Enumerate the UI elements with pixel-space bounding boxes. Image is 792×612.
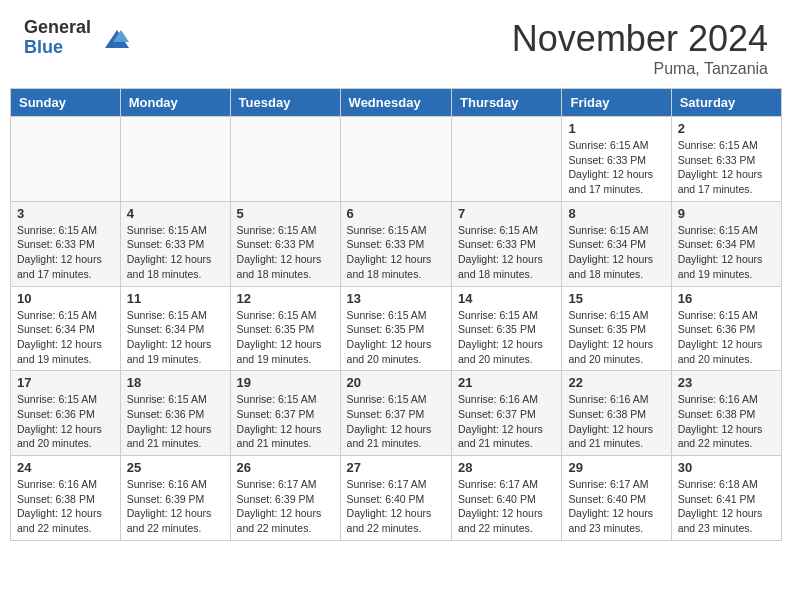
day-number: 10 (17, 291, 114, 306)
calendar-cell: 15Sunrise: 6:15 AM Sunset: 6:35 PM Dayli… (562, 286, 671, 371)
calendar-cell (11, 117, 121, 202)
calendar-header: Sunday Monday Tuesday Wednesday Thursday… (11, 89, 782, 117)
calendar-cell: 10Sunrise: 6:15 AM Sunset: 6:34 PM Dayli… (11, 286, 121, 371)
header-monday: Monday (120, 89, 230, 117)
day-info: Sunrise: 6:15 AM Sunset: 6:33 PM Dayligh… (458, 223, 555, 282)
day-number: 7 (458, 206, 555, 221)
day-info: Sunrise: 6:15 AM Sunset: 6:33 PM Dayligh… (678, 138, 775, 197)
day-number: 26 (237, 460, 334, 475)
day-info: Sunrise: 6:15 AM Sunset: 6:36 PM Dayligh… (678, 308, 775, 367)
day-number: 15 (568, 291, 664, 306)
day-info: Sunrise: 6:15 AM Sunset: 6:34 PM Dayligh… (17, 308, 114, 367)
day-info: Sunrise: 6:15 AM Sunset: 6:33 PM Dayligh… (347, 223, 445, 282)
day-info: Sunrise: 6:17 AM Sunset: 6:39 PM Dayligh… (237, 477, 334, 536)
day-number: 24 (17, 460, 114, 475)
calendar-cell: 7Sunrise: 6:15 AM Sunset: 6:33 PM Daylig… (452, 201, 562, 286)
calendar-body: 1Sunrise: 6:15 AM Sunset: 6:33 PM Daylig… (11, 117, 782, 541)
day-number: 1 (568, 121, 664, 136)
calendar-container: Sunday Monday Tuesday Wednesday Thursday… (0, 88, 792, 561)
calendar-cell: 28Sunrise: 6:17 AM Sunset: 6:40 PM Dayli… (452, 456, 562, 541)
location: Puma, Tanzania (512, 60, 768, 78)
calendar-cell (230, 117, 340, 202)
calendar-cell (120, 117, 230, 202)
day-info: Sunrise: 6:15 AM Sunset: 6:33 PM Dayligh… (17, 223, 114, 282)
calendar-cell (452, 117, 562, 202)
header-saturday: Saturday (671, 89, 781, 117)
day-info: Sunrise: 6:15 AM Sunset: 6:35 PM Dayligh… (568, 308, 664, 367)
day-info: Sunrise: 6:15 AM Sunset: 6:36 PM Dayligh… (127, 392, 224, 451)
logo-general-text: General (24, 18, 91, 38)
day-number: 9 (678, 206, 775, 221)
day-number: 29 (568, 460, 664, 475)
header-tuesday: Tuesday (230, 89, 340, 117)
day-info: Sunrise: 6:15 AM Sunset: 6:36 PM Dayligh… (17, 392, 114, 451)
header-thursday: Thursday (452, 89, 562, 117)
header-wednesday: Wednesday (340, 89, 451, 117)
calendar-week-row: 1Sunrise: 6:15 AM Sunset: 6:33 PM Daylig… (11, 117, 782, 202)
calendar-cell: 30Sunrise: 6:18 AM Sunset: 6:41 PM Dayli… (671, 456, 781, 541)
day-info: Sunrise: 6:15 AM Sunset: 6:33 PM Dayligh… (568, 138, 664, 197)
day-info: Sunrise: 6:15 AM Sunset: 6:35 PM Dayligh… (347, 308, 445, 367)
day-number: 8 (568, 206, 664, 221)
day-number: 5 (237, 206, 334, 221)
calendar-cell: 9Sunrise: 6:15 AM Sunset: 6:34 PM Daylig… (671, 201, 781, 286)
day-info: Sunrise: 6:16 AM Sunset: 6:38 PM Dayligh… (568, 392, 664, 451)
logo: General Blue (24, 18, 131, 58)
day-number: 12 (237, 291, 334, 306)
day-number: 11 (127, 291, 224, 306)
calendar-cell: 2Sunrise: 6:15 AM Sunset: 6:33 PM Daylig… (671, 117, 781, 202)
calendar-cell: 12Sunrise: 6:15 AM Sunset: 6:35 PM Dayli… (230, 286, 340, 371)
day-info: Sunrise: 6:16 AM Sunset: 6:38 PM Dayligh… (17, 477, 114, 536)
month-title: November 2024 (512, 18, 768, 60)
day-info: Sunrise: 6:17 AM Sunset: 6:40 PM Dayligh… (458, 477, 555, 536)
day-info: Sunrise: 6:17 AM Sunset: 6:40 PM Dayligh… (347, 477, 445, 536)
day-number: 23 (678, 375, 775, 390)
weekday-header-row: Sunday Monday Tuesday Wednesday Thursday… (11, 89, 782, 117)
calendar-cell: 3Sunrise: 6:15 AM Sunset: 6:33 PM Daylig… (11, 201, 121, 286)
calendar-cell: 23Sunrise: 6:16 AM Sunset: 6:38 PM Dayli… (671, 371, 781, 456)
calendar-cell: 25Sunrise: 6:16 AM Sunset: 6:39 PM Dayli… (120, 456, 230, 541)
day-number: 16 (678, 291, 775, 306)
day-info: Sunrise: 6:15 AM Sunset: 6:37 PM Dayligh… (237, 392, 334, 451)
day-number: 2 (678, 121, 775, 136)
calendar-cell (340, 117, 451, 202)
calendar-cell: 1Sunrise: 6:15 AM Sunset: 6:33 PM Daylig… (562, 117, 671, 202)
calendar-table: Sunday Monday Tuesday Wednesday Thursday… (10, 88, 782, 541)
calendar-cell: 16Sunrise: 6:15 AM Sunset: 6:36 PM Dayli… (671, 286, 781, 371)
day-info: Sunrise: 6:16 AM Sunset: 6:38 PM Dayligh… (678, 392, 775, 451)
calendar-cell: 19Sunrise: 6:15 AM Sunset: 6:37 PM Dayli… (230, 371, 340, 456)
calendar-week-row: 10Sunrise: 6:15 AM Sunset: 6:34 PM Dayli… (11, 286, 782, 371)
title-block: November 2024 Puma, Tanzania (512, 18, 768, 78)
day-info: Sunrise: 6:15 AM Sunset: 6:34 PM Dayligh… (678, 223, 775, 282)
calendar-cell: 14Sunrise: 6:15 AM Sunset: 6:35 PM Dayli… (452, 286, 562, 371)
calendar-week-row: 17Sunrise: 6:15 AM Sunset: 6:36 PM Dayli… (11, 371, 782, 456)
day-number: 13 (347, 291, 445, 306)
calendar-cell: 24Sunrise: 6:16 AM Sunset: 6:38 PM Dayli… (11, 456, 121, 541)
logo-blue-text: Blue (24, 38, 91, 58)
day-info: Sunrise: 6:15 AM Sunset: 6:34 PM Dayligh… (127, 308, 224, 367)
day-info: Sunrise: 6:17 AM Sunset: 6:40 PM Dayligh… (568, 477, 664, 536)
day-number: 3 (17, 206, 114, 221)
logo-icon (95, 20, 131, 56)
day-info: Sunrise: 6:16 AM Sunset: 6:37 PM Dayligh… (458, 392, 555, 451)
day-info: Sunrise: 6:15 AM Sunset: 6:33 PM Dayligh… (237, 223, 334, 282)
header-friday: Friday (562, 89, 671, 117)
calendar-cell: 20Sunrise: 6:15 AM Sunset: 6:37 PM Dayli… (340, 371, 451, 456)
day-info: Sunrise: 6:15 AM Sunset: 6:33 PM Dayligh… (127, 223, 224, 282)
day-number: 20 (347, 375, 445, 390)
day-info: Sunrise: 6:15 AM Sunset: 6:35 PM Dayligh… (458, 308, 555, 367)
day-number: 25 (127, 460, 224, 475)
day-info: Sunrise: 6:15 AM Sunset: 6:34 PM Dayligh… (568, 223, 664, 282)
day-number: 14 (458, 291, 555, 306)
day-info: Sunrise: 6:15 AM Sunset: 6:35 PM Dayligh… (237, 308, 334, 367)
day-number: 19 (237, 375, 334, 390)
calendar-week-row: 24Sunrise: 6:16 AM Sunset: 6:38 PM Dayli… (11, 456, 782, 541)
day-number: 28 (458, 460, 555, 475)
day-info: Sunrise: 6:15 AM Sunset: 6:37 PM Dayligh… (347, 392, 445, 451)
calendar-cell: 17Sunrise: 6:15 AM Sunset: 6:36 PM Dayli… (11, 371, 121, 456)
day-number: 27 (347, 460, 445, 475)
day-info: Sunrise: 6:18 AM Sunset: 6:41 PM Dayligh… (678, 477, 775, 536)
page-header: General Blue November 2024 Puma, Tanzani… (0, 0, 792, 88)
calendar-cell: 27Sunrise: 6:17 AM Sunset: 6:40 PM Dayli… (340, 456, 451, 541)
calendar-cell: 11Sunrise: 6:15 AM Sunset: 6:34 PM Dayli… (120, 286, 230, 371)
